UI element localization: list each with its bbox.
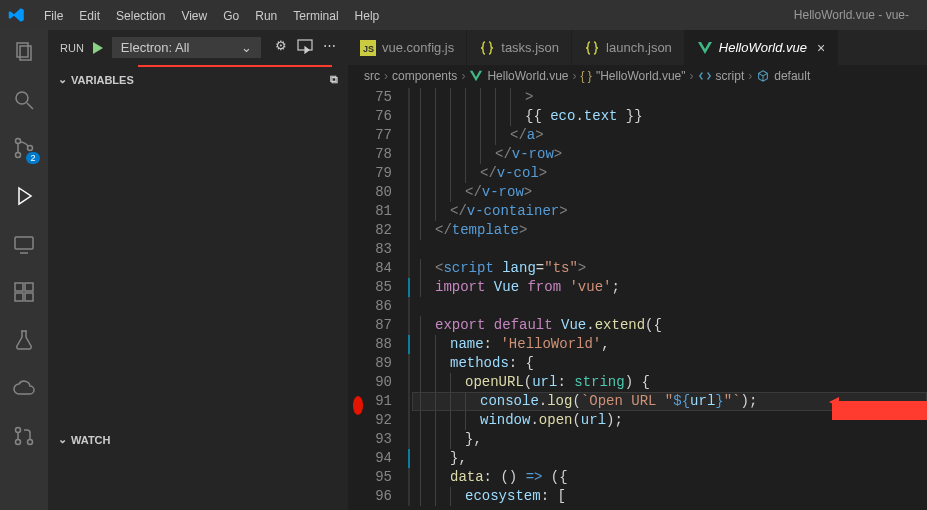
menu-view[interactable]: View [173,5,215,27]
breadcrumb-item[interactable]: default [774,69,810,83]
cube-icon [756,69,770,83]
svg-rect-8 [15,237,33,249]
code-line[interactable]: openURL(url: string) { [420,373,927,392]
debug-config-label: Electron: All [121,40,190,55]
tab-vue-config-js[interactable]: JSvue.config.js [348,30,467,65]
line-number: 86 [368,297,392,316]
line-number: 84 [368,259,392,278]
line-number: 76 [368,107,392,126]
code-line[interactable] [420,297,927,316]
menu-help[interactable]: Help [347,5,388,27]
code-line[interactable]: }, [420,449,927,468]
code-line[interactable]: </v-col> [420,164,927,183]
svg-rect-12 [25,293,33,301]
line-number: 75 [368,88,392,107]
breakpoint-icon[interactable] [353,396,363,415]
code-editor[interactable]: 7576777879808182838485868788899091929394… [348,88,927,510]
copy-icon[interactable]: ⧉ [330,73,338,86]
explorer-icon[interactable] [10,38,38,66]
tab-HelloWorld-vue[interactable]: HelloWorld.vue× [685,30,838,65]
code-line[interactable]: methods: { [420,354,927,373]
svg-rect-10 [15,283,23,291]
breadcrumb-item[interactable]: HelloWorld.vue [487,69,568,83]
code-line[interactable] [420,240,927,259]
remote-icon[interactable] [10,230,38,258]
line-number: 95 [368,468,392,487]
tab-label: tasks.json [501,40,559,55]
code-line[interactable]: ecosystem: [ [420,487,927,506]
scm-icon[interactable]: 2 [10,134,38,162]
line-number: 87 [368,316,392,335]
start-debug-button[interactable] [90,40,106,56]
editor-area: JSvue.config.jstasks.jsonlaunch.jsonHell… [348,30,927,510]
code-line[interactable]: </template> [420,221,927,240]
tab-launch-json[interactable]: launch.json [572,30,685,65]
json-icon: { } [581,69,592,83]
code-line[interactable]: import Vue from 'vue'; [420,278,927,297]
breakpoint-gutter[interactable] [348,88,368,510]
code-line[interactable]: }, [420,430,927,449]
close-icon[interactable]: × [817,40,825,56]
more-icon[interactable]: ⋯ [323,38,336,57]
svg-rect-1 [20,46,31,60]
code-line[interactable]: > [420,88,927,107]
line-number: 77 [368,126,392,145]
svg-marker-22 [698,42,712,54]
debug-console-icon[interactable] [297,38,313,57]
run-debug-icon[interactable] [10,182,38,210]
line-number: 85 [368,278,392,297]
gear-icon[interactable]: ⚙ [275,38,287,57]
watch-section[interactable]: ⌄WATCH [48,429,348,450]
code-line[interactable]: {{ eco.text }} [420,107,927,126]
variables-section[interactable]: ⌄VARIABLES ⧉ [48,69,348,90]
scm-badge: 2 [26,152,40,164]
svg-point-16 [28,440,33,445]
line-number: 93 [368,430,392,449]
svg-point-2 [16,92,28,104]
search-icon[interactable] [10,86,38,114]
svg-rect-13 [25,283,33,291]
menu-edit[interactable]: Edit [71,5,108,27]
code-line[interactable]: </v-row> [420,183,927,202]
code-line[interactable]: name: 'HelloWorld', [420,335,927,354]
code-line[interactable]: </v-row> [420,145,927,164]
line-number: 92 [368,411,392,430]
menu-file[interactable]: File [36,5,71,27]
breadcrumb-item[interactable]: "HelloWorld.vue" [596,69,686,83]
menu-go[interactable]: Go [215,5,247,27]
menu-selection[interactable]: Selection [108,5,173,27]
vscode-logo-icon [8,6,26,24]
extensions-icon[interactable] [10,278,38,306]
breadcrumb-item[interactable]: script [716,69,745,83]
menu-terminal[interactable]: Terminal [285,5,346,27]
svg-rect-0 [17,43,28,57]
vue-icon [469,69,483,83]
json-icon [479,40,495,56]
line-number: 96 [368,487,392,506]
menu-run[interactable]: Run [247,5,285,27]
line-number: 78 [368,145,392,164]
code-line[interactable]: </v-container> [420,202,927,221]
cloud-icon[interactable] [10,374,38,402]
line-number: 91 [368,392,392,411]
svg-marker-19 [305,47,309,53]
variables-label: VARIABLES [71,74,134,86]
test-icon[interactable] [10,326,38,354]
chevron-down-icon: ⌄ [58,433,67,446]
code-line[interactable]: <script lang="ts"> [420,259,927,278]
line-number: 94 [368,449,392,468]
svg-point-6 [28,146,33,151]
debug-config-select[interactable]: Electron: All ⌄ [112,37,261,58]
pull-request-icon[interactable] [10,422,38,450]
breadcrumb-item[interactable]: src [364,69,380,83]
code-lines[interactable]: >{{ eco.text }}</a></v-row></v-col></v-r… [412,88,927,510]
breadcrumb[interactable]: src›components›HelloWorld.vue›{ }"HelloW… [348,65,927,88]
tab-tasks-json[interactable]: tasks.json [467,30,572,65]
breadcrumb-item[interactable]: components [392,69,457,83]
svg-point-14 [16,428,21,433]
code-line[interactable]: data: () => ({ [420,468,927,487]
code-line[interactable]: export default Vue.extend({ [420,316,927,335]
code-line[interactable]: </a> [420,126,927,145]
tab-label: HelloWorld.vue [719,40,807,55]
line-number-gutter: 7576777879808182838485868788899091929394… [368,88,406,510]
